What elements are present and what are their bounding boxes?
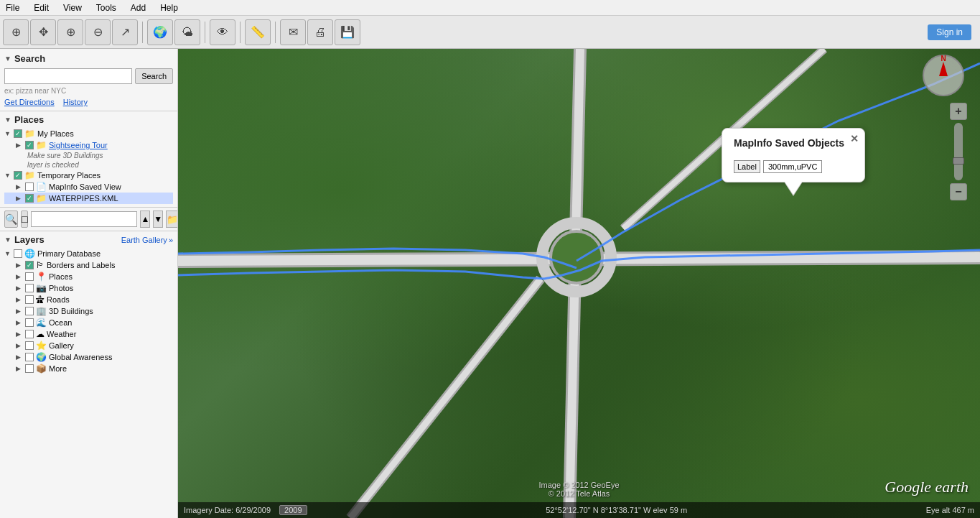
panel-layers-btn[interactable]: □ — [21, 211, 28, 228]
search-button[interactable]: Search — [135, 68, 173, 84]
print-btn[interactable]: 🖨 — [307, 19, 333, 45]
tree-item-my-places[interactable]: ▼ ✓ 📁 My Places — [4, 128, 173, 139]
zoom-in-btn[interactable]: + — [950, 103, 967, 120]
tree-item-mapinfo-view[interactable]: ▶ 📄 MapInfo Saved View — [4, 181, 173, 193]
global-awareness-check[interactable] — [25, 353, 34, 361]
places-header[interactable]: ▼ Places — [4, 114, 173, 125]
save-image-btn[interactable]: 💾 — [335, 19, 360, 45]
menu-tools[interactable]: Tools — [93, 1, 119, 14]
popup-field-value: 300mm,uPVC — [763, 160, 822, 173]
temp-places-check[interactable]: ✓ — [14, 171, 22, 180]
tree-item-hint1: Make sure 3D Buildings — [4, 151, 173, 160]
primary-db-check[interactable] — [14, 249, 22, 258]
tree-item-waterpipes[interactable]: ▶ ✓ 📁 WATERPIPES.KML — [4, 193, 173, 204]
photos-check[interactable] — [25, 284, 34, 292]
menu-help[interactable]: Help — [157, 1, 181, 14]
weather-icon: ☁ — [36, 329, 45, 339]
popup-close-button[interactable]: ✕ — [850, 133, 859, 144]
waterpipes-label: WATERPIPES.KML — [49, 194, 118, 203]
mapinfo-popup: ✕ MapInfo Saved Objects Label 300mm,uPVC — [722, 128, 865, 182]
search-header[interactable]: ▼ Search — [4, 53, 173, 64]
email-btn[interactable]: ✉ — [280, 19, 306, 45]
layers-header-left[interactable]: ▼ Layers — [4, 234, 45, 245]
panel-folder-btn[interactable]: 📁 — [166, 211, 178, 228]
mapinfo-view-check[interactable] — [25, 182, 34, 191]
get-directions-link[interactable]: Get Directions — [4, 98, 55, 106]
gallery-label: Gallery — [49, 341, 74, 350]
history-link[interactable]: History — [63, 98, 88, 106]
nav-tool-btn[interactable]: ⊕ — [3, 19, 29, 45]
tree-item-places-layer[interactable]: ▶ 📍 Places — [4, 271, 173, 282]
tilt-tool-btn[interactable]: ↗ — [112, 19, 138, 45]
search-input[interactable] — [4, 68, 132, 84]
3d-buildings-expand: ▶ — [16, 307, 23, 315]
tree-item-roads[interactable]: ▶ 🛣 Roads — [4, 294, 173, 305]
roads-check[interactable] — [25, 295, 34, 304]
move-tool-btn[interactable]: ✥ — [30, 19, 56, 45]
coordinates: 52°52'12.70" N 8°13'38.71" W elev 59 m — [316, 506, 918, 514]
zoom-in-tool-btn[interactable]: ⊕ — [57, 19, 83, 45]
photos-expand: ▶ — [16, 285, 23, 292]
tree-item-weather[interactable]: ▶ ☁ Weather — [4, 328, 173, 340]
earth-gallery-arrows: » — [169, 236, 173, 244]
search-section: ▼ Search Search ex: pizza near NYC Get D… — [0, 49, 177, 111]
panel-up-btn[interactable]: ▲ — [140, 211, 150, 228]
my-places-check[interactable]: ✓ — [14, 129, 22, 138]
tree-item-primary-db[interactable]: ▼ 🌐 Primary Database — [4, 248, 173, 259]
ruler-btn[interactable]: 📏 — [245, 19, 271, 45]
earth-view-btn[interactable]: 🌍 — [147, 19, 173, 45]
tree-item-ocean[interactable]: ▶ 🌊 Ocean — [4, 317, 173, 328]
tree-item-global-awareness[interactable]: ▶ 🌍 Global Awareness — [4, 351, 173, 363]
map-area[interactable]: ✕ MapInfo Saved Objects Label 300mm,uPVC… — [178, 49, 980, 518]
places-layer-label: Places — [49, 272, 73, 281]
zoom-thumb — [953, 157, 964, 165]
menu-file[interactable]: File — [3, 1, 22, 14]
weather-check[interactable] — [25, 330, 34, 338]
ocean-check[interactable] — [25, 318, 34, 327]
layers-section: ▼ Layers Earth Gallery » ▼ 🌐 Primary Dat… — [0, 231, 177, 518]
panel-search-btn[interactable]: 🔍 — [4, 211, 18, 228]
tree-item-temp-places[interactable]: ▼ ✓ 📁 Temporary Places — [4, 170, 173, 181]
menu-view[interactable]: View — [60, 1, 85, 14]
sky-view-btn[interactable]: 🌤 — [174, 19, 200, 45]
waterpipes-check[interactable]: ✓ — [25, 194, 34, 203]
weather-label: Weather — [47, 330, 76, 338]
menu-edit[interactable]: Edit — [31, 1, 52, 14]
panel-bottom-toolbar: 🔍 □ ▲ ▼ 📁 — [0, 208, 177, 231]
temp-places-expand: ▼ — [4, 172, 11, 179]
gallery-check[interactable] — [25, 341, 34, 350]
compass[interactable]: N — [923, 55, 966, 98]
panel-filter-input[interactable] — [31, 211, 137, 227]
map-background: ✕ MapInfo Saved Objects Label 300mm,uPVC… — [178, 49, 980, 518]
search-collapse-icon: ▼ — [4, 55, 11, 63]
tree-item-hint2: layer is checked — [4, 160, 173, 170]
more-check[interactable] — [25, 364, 34, 373]
photos-icon: 📷 — [36, 283, 47, 293]
menu-add[interactable]: Add — [128, 1, 149, 14]
street-view-btn[interactable]: 👁 — [210, 19, 235, 45]
gallery-expand: ▶ — [16, 342, 23, 349]
tree-item-3d-buildings[interactable]: ▶ 🏢 3D Buildings — [4, 305, 173, 317]
gallery-icon: ⭐ — [36, 341, 47, 351]
tree-item-gallery[interactable]: ▶ ⭐ Gallery — [4, 340, 173, 351]
sightseeing-label[interactable]: Sightseeing Tour — [49, 141, 108, 149]
zoom-slider[interactable] — [954, 123, 963, 180]
tree-item-sightseeing[interactable]: ▶ ✓ 📁 Sightseeing Tour — [4, 139, 173, 151]
panel-down-btn[interactable]: ▼ — [153, 211, 163, 228]
places-layer-check[interactable] — [25, 272, 34, 281]
tree-item-more[interactable]: ▶ 📦 More — [4, 363, 173, 374]
sign-in-button[interactable]: Sign in — [928, 24, 971, 40]
3d-buildings-check[interactable] — [25, 307, 34, 315]
google-earth-logo: Google earth — [885, 478, 969, 496]
tree-item-photos[interactable]: ▶ 📷 Photos — [4, 282, 173, 294]
tree-item-borders[interactable]: ▶ ✓ 🏳 Borders and Labels — [4, 259, 173, 271]
sightseeing-check[interactable]: ✓ — [25, 141, 34, 149]
waterpipes-expand: ▶ — [16, 195, 23, 202]
borders-check[interactable]: ✓ — [25, 261, 34, 269]
earth-gallery-button[interactable]: Earth Gallery » — [121, 236, 173, 244]
zoom-out-btn[interactable]: − — [950, 183, 967, 200]
copyright-line2: © 2012 Tele Atlas — [538, 489, 619, 498]
zoom-out-tool-btn[interactable]: ⊖ — [85, 19, 111, 45]
popup-field-label: Label — [734, 160, 760, 173]
search-title: Search — [14, 53, 45, 64]
